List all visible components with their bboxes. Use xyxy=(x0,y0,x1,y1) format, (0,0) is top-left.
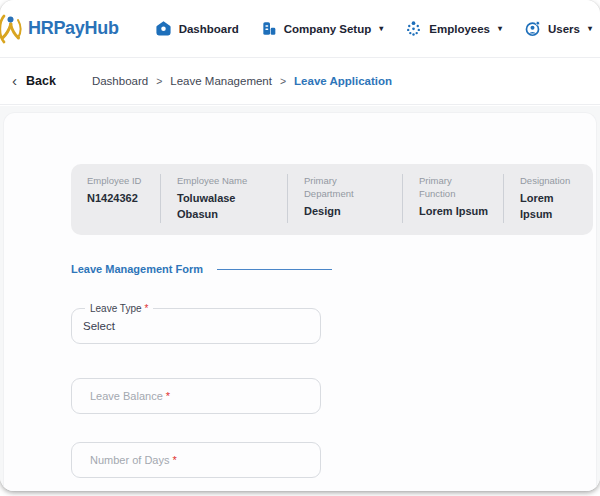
primary-department-value: Design xyxy=(304,203,398,220)
breadcrumb: Dashboard > Leave Management > Leave App… xyxy=(92,75,392,87)
chevron-down-icon: ▾ xyxy=(498,24,502,33)
back-chevron-icon: ‹ xyxy=(12,73,17,90)
designation-field: Designation Lorem Ipsum xyxy=(503,174,593,223)
leave-balance-input[interactable]: Leave Balance* xyxy=(71,378,321,414)
primary-function-label: Primary Function xyxy=(419,175,467,201)
required-asterisk: * xyxy=(145,303,149,314)
employee-id-value: N1424362 xyxy=(87,190,156,207)
employee-name-value: Toluwalase Obasun xyxy=(177,190,245,223)
number-of-days-placeholder-text: Number of Days xyxy=(90,454,169,466)
brand-name: HRPayHub xyxy=(28,18,119,39)
content-card: Employee ID N1424362 Employee Name Toluw… xyxy=(3,112,597,491)
breadcrumb-item-leave-management[interactable]: Leave Management xyxy=(170,75,272,87)
primary-department-label: Primary Department xyxy=(304,175,364,201)
employee-id-label: Employee ID xyxy=(87,175,156,188)
back-label: Back xyxy=(26,74,56,88)
designation-label: Designation xyxy=(520,175,589,188)
breadcrumb-separator: > xyxy=(280,75,286,87)
primary-function-field: Primary Function Lorem Ipsum xyxy=(402,174,503,223)
app-window: HRPayHub Dashboard xyxy=(0,0,600,491)
nav-item-users[interactable]: Users ▾ xyxy=(524,20,592,37)
user-circle-badge-icon xyxy=(524,20,541,37)
leave-balance-placeholder: Leave Balance* xyxy=(72,379,320,413)
nav-item-dashboard[interactable]: Dashboard xyxy=(155,20,239,37)
chevron-down-icon: ▾ xyxy=(588,24,592,33)
hrpayhub-logo-icon xyxy=(0,14,24,44)
leave-type-label: Leave Type* xyxy=(85,302,153,315)
employee-summary-bar: Employee ID N1424362 Employee Name Toluw… xyxy=(71,164,593,235)
main-nav: Dashboard Company Setup ▾ xyxy=(155,20,592,37)
nav-label: Company Setup xyxy=(284,23,372,35)
required-asterisk: * xyxy=(166,390,170,402)
form-section-header: Leave Management Form xyxy=(71,263,332,275)
team-dots-icon xyxy=(405,20,422,37)
top-navbar: HRPayHub Dashboard xyxy=(0,0,600,58)
breadcrumb-separator: > xyxy=(156,75,162,87)
nav-item-employees[interactable]: Employees ▾ xyxy=(405,20,502,37)
form-title: Leave Management Form xyxy=(71,263,203,275)
breadcrumb-item-leave-application: Leave Application xyxy=(294,75,392,87)
required-asterisk: * xyxy=(172,454,176,466)
employee-name-label: Employee Name xyxy=(177,175,283,188)
number-of-days-placeholder: Number of Days* xyxy=(72,443,320,477)
title-divider-line xyxy=(217,269,332,270)
leave-type-label-text: Leave Type xyxy=(90,303,142,314)
back-button[interactable]: ‹ Back xyxy=(12,73,56,90)
leave-balance-placeholder-text: Leave Balance xyxy=(90,390,163,402)
nav-label: Dashboard xyxy=(179,23,239,35)
breadcrumb-bar: ‹ Back Dashboard > Leave Management > Le… xyxy=(0,58,600,105)
employee-id-field: Employee ID N1424362 xyxy=(71,174,160,223)
brand-logo[interactable]: HRPayHub xyxy=(0,14,119,44)
breadcrumb-item-dashboard[interactable]: Dashboard xyxy=(92,75,148,87)
employee-name-field: Employee Name Toluwalase Obasun xyxy=(160,174,287,223)
building-icon xyxy=(261,20,277,37)
primary-function-value: Lorem Ipsum xyxy=(419,203,499,220)
designation-value: Lorem Ipsum xyxy=(520,190,566,223)
nav-label: Users xyxy=(548,23,580,35)
primary-department-field: Primary Department Design xyxy=(287,174,402,223)
chevron-down-icon: ▾ xyxy=(379,24,383,33)
leave-type-select[interactable]: Leave Type* Select xyxy=(71,308,321,344)
home-icon xyxy=(155,20,172,37)
number-of-days-input[interactable]: Number of Days* xyxy=(71,442,321,478)
nav-item-company-setup[interactable]: Company Setup ▾ xyxy=(261,20,384,37)
nav-label: Employees xyxy=(429,23,490,35)
